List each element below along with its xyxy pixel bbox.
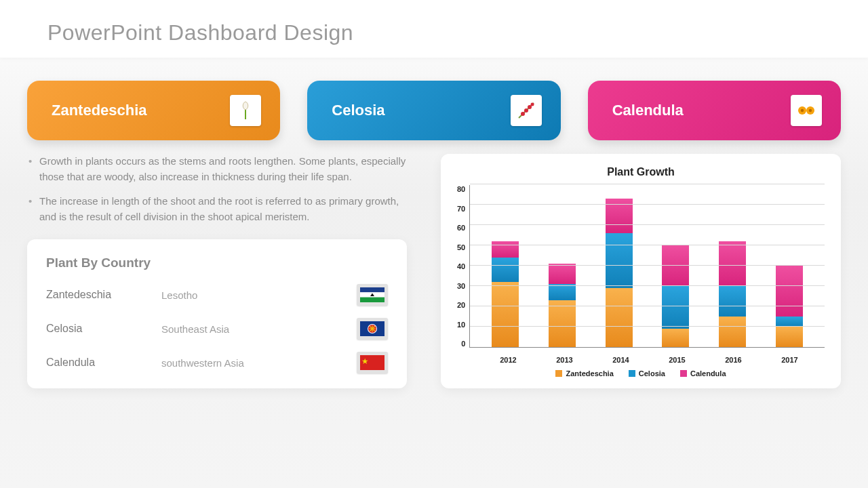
card-celosia[interactable]: Celosia [307, 81, 560, 140]
summary-cards-row: Zantedeschia Celosia Calendula [0, 58, 868, 140]
card-label: Celosia [332, 102, 384, 119]
plant-name: Zantedeschia [46, 289, 161, 301]
flag-asean-icon [357, 318, 388, 340]
flag-lesotho-icon [357, 284, 388, 306]
calendula-icon [791, 95, 822, 126]
chart-x-axis: 201220132014201520162017 [457, 352, 825, 364]
flag-china-icon [357, 352, 388, 373]
country-name: Lesotho [161, 289, 357, 301]
legend-swatch-icon [629, 370, 635, 377]
svg-point-0 [521, 112, 525, 116]
country-name: Southeast Asia [161, 323, 357, 335]
svg-point-1 [524, 108, 528, 113]
plant-name: Calendula [46, 357, 161, 369]
country-row: Zantedeschia Lesotho [46, 284, 388, 306]
bullet-item: The increase in length of the shoot and … [27, 194, 407, 224]
legend-item: Celosia [629, 369, 665, 378]
country-row: Celosia Southeast Asia [46, 318, 388, 340]
svg-point-2 [528, 105, 532, 109]
plant-growth-chart: Plant Growth 80706050403020100 201220132… [441, 154, 841, 388]
panel-title: Plant By Country [46, 256, 388, 270]
svg-rect-8 [360, 287, 384, 292]
chart-bars [470, 185, 825, 347]
description-bullets: Growth in plants occurs as the stems and… [27, 154, 407, 224]
svg-rect-10 [360, 298, 384, 302]
legend-item: Calendula [680, 369, 726, 378]
bullet-item: Growth in plants occurs as the stems and… [27, 154, 407, 184]
chart-legend: Zantedeschia Celosia Calendula [457, 369, 825, 378]
page-title: PowerPoint Dashboard Design [0, 0, 868, 58]
celosia-icon [511, 95, 542, 126]
card-zantedeschia[interactable]: Zantedeschia [27, 81, 280, 140]
svg-point-5 [801, 109, 804, 112]
card-calendula[interactable]: Calendula [588, 81, 841, 140]
country-name: southwestern Asia [161, 357, 357, 369]
chart-grid [469, 185, 825, 348]
svg-point-3 [530, 103, 534, 106]
country-row: Calendula southwestern Asia [46, 352, 388, 373]
legend-swatch-icon [680, 370, 687, 377]
legend-item: Zantedeschia [555, 369, 613, 378]
plant-by-country-panel: Plant By Country Zantedeschia Lesotho Ce… [27, 239, 407, 388]
svg-point-7 [809, 109, 812, 112]
card-label: Calendula [612, 102, 684, 119]
card-label: Zantedeschia [52, 102, 147, 119]
chart-y-axis: 80706050403020100 [457, 185, 469, 348]
legend-swatch-icon [555, 370, 562, 377]
calla-lily-icon [230, 95, 261, 126]
chart-title: Plant Growth [457, 166, 825, 178]
plant-name: Celosia [46, 323, 161, 335]
